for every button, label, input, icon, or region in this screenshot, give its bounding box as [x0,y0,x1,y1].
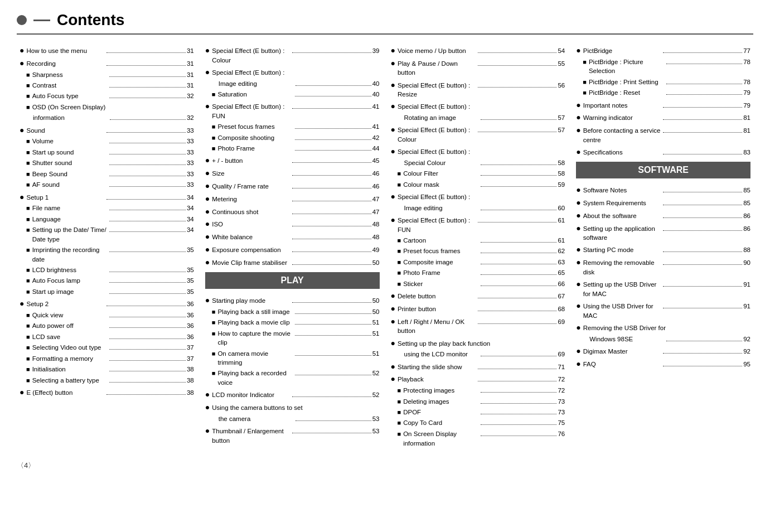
list-item: ■PictBridge : Print Setting78 [576,78,750,87]
bullet-square: ■ [20,277,30,286]
page-number: 73 [558,397,565,407]
list-item: ■DPOF73 [391,408,565,417]
dot-leader [296,85,371,86]
bullet-circle: ● [205,218,210,229]
list-item: ●Thumbnail / Enlargement button53 [205,425,380,445]
dot-leader [292,52,371,53]
dot-leader [481,186,557,187]
page-number: 36 [187,332,194,342]
list-item: ●+ / - button45 [205,154,380,166]
dot-leader [109,349,186,350]
list-item: ●How to use the menu31 [20,45,194,56]
item-text: White balance [212,233,291,242]
bullet-circle: ● [576,257,580,268]
page-number: 56 [558,81,565,90]
page-number: 69 [558,350,565,359]
item-text: PictBridge : Print Setting [589,78,665,87]
page-number: 46 [372,169,380,178]
dot-leader [663,205,742,205]
list-item: ●Recording31 [20,57,194,69]
bullet-circle: ● [576,210,580,221]
list-item: ■Formatting a memory37 [20,354,194,364]
list-item: ●Removing the USB Driver for [576,322,750,333]
list-item: ■Initialisation38 [20,365,194,374]
bullet-square: ■ [391,408,401,417]
column-1: ●How to use the menu31●Recording31■Sharp… [17,45,197,449]
item-text: Preset focus frames [403,246,480,256]
bullet-circle: ● [205,402,210,413]
bullet-square: ■ [205,318,216,327]
list-item: ●Left / Right / Menu / OK button69 [391,316,565,336]
dot-leader [109,210,186,210]
dot-leader [109,221,186,221]
item-text: Volume [32,137,109,146]
list-item: ■LCD brightness35 [20,265,194,275]
bullet-square: ■ [20,376,30,385]
page-number: 63 [558,258,565,267]
bullet-circle: ● [20,57,24,69]
page-number: 36 [187,321,194,331]
dot-leader [663,119,742,120]
list-item: ■Colour mask59 [391,180,565,190]
page-number: 49 [372,245,380,255]
bullet-circle: ● [205,294,210,306]
dot-leader [478,222,557,223]
bullet-circle: ● [205,244,210,255]
bullet-square: ■ [20,322,30,331]
dot-leader [109,165,186,165]
page-number: 61 [558,216,565,225]
list-item: ●Using the USB Driver for MAC91 [576,300,750,320]
page-number: 38 [187,365,194,374]
list-item: ●Setup 236 [20,298,194,309]
list-item: ●Delete button67 [391,290,565,301]
item-text: Composite shooting [217,133,294,143]
page-number: 35 [187,265,194,275]
item-text: Copy To Card [403,418,480,428]
list-item: ●Sound33 [20,124,194,136]
page-number: 92 [743,335,750,344]
page-number: 48 [372,233,380,242]
list-item: ■Preset focus frames62 [391,246,565,256]
page-number: 81 [743,126,750,136]
dot-leader [663,264,742,265]
page-number: 55 [558,59,565,69]
item-text: Using the USB Driver for MAC [583,302,662,320]
list-item: ■LCD save36 [20,332,194,342]
list-item: ●About the software86 [576,210,750,221]
item-text: Setting up the USB Driver for MAC [583,280,662,298]
list-item: ●Setting up the play back function [391,337,565,349]
item-text: Specifications [583,148,662,157]
bullet-square: ■ [205,308,216,317]
list-item: ■Auto Focus lamp35 [20,276,194,286]
item-text: Shutter sound [32,158,109,168]
list-item: ●Setting up the application software86 [576,223,750,243]
item-text: Special Effect (E button) : [398,147,565,157]
bullet-circle: ● [391,214,395,225]
dot-leader [109,76,186,77]
dot-leader [292,239,371,239]
dot-leader [481,424,557,425]
page-number: 57 [558,125,565,135]
bullet-square: ■ [391,258,401,267]
page-number: 42 [372,133,380,143]
dot-leader [292,201,371,201]
bullet-square: ■ [20,159,30,168]
page-number: 50 [372,296,380,306]
page-number: 33 [187,158,194,168]
bullet-square: ■ [391,398,401,407]
bullet-square: ■ [20,311,30,320]
list-item: ●Movie Clip frame stabiliser50 [205,257,380,268]
bullet-circle: ● [391,361,395,372]
list-item: ■Colour Filter58 [391,169,565,178]
dot-leader [109,186,186,187]
list-item: ●Special Effect (E button) : [391,146,565,157]
dot-leader [109,317,186,317]
item-text: + / - button [212,156,291,166]
page-number: 65 [558,268,565,278]
bullet-square: ■ [391,170,401,178]
bullet-square: ■ [391,181,401,190]
page-title: Contents [57,11,124,29]
dot-leader [292,226,371,226]
dot-leader [478,52,557,53]
bullet-square: ■ [576,58,587,67]
